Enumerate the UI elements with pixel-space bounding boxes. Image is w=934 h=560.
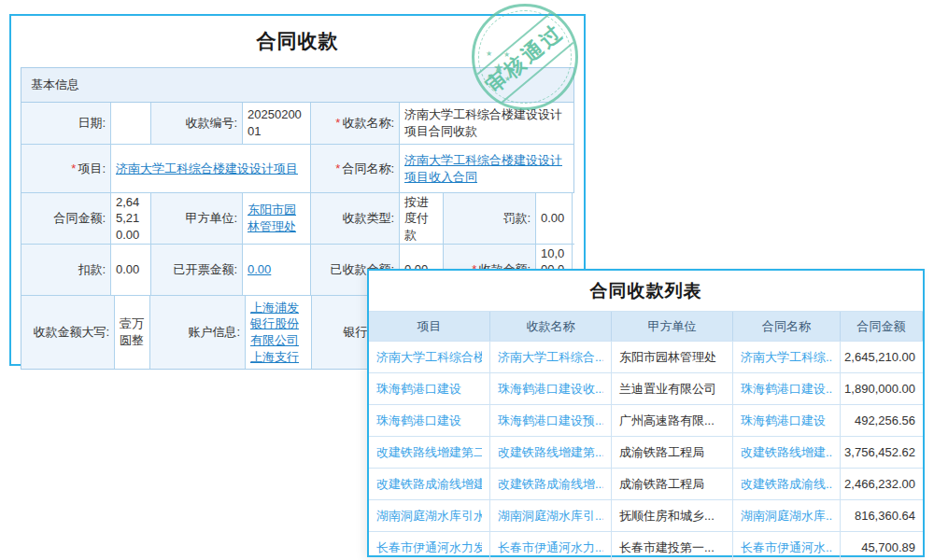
receipt-name-link[interactable]: 改建铁路成渝线增... bbox=[498, 476, 603, 493]
penalty-label: 罚款: bbox=[444, 193, 536, 244]
receipt-name-link[interactable]: 珠海鹤港口建设收... bbox=[498, 381, 603, 398]
date-value-field[interactable] bbox=[111, 103, 151, 144]
contract-name-value: 济南大学工科综合楼建设设计项目收入合同 bbox=[400, 145, 573, 192]
party-a-cell: 成渝铁路工程局 bbox=[612, 437, 733, 468]
receipt-name-link[interactable]: 济南大学工科综合... bbox=[498, 349, 603, 366]
project-link[interactable]: 济南大学工科综合楼... bbox=[376, 349, 482, 366]
amount-words-value: 壹万圆整 bbox=[115, 296, 150, 369]
table-row: 珠海鹤港口建设 珠海鹤港口建设预... 广州高速路有限... 珠海鹤港口建设 4… bbox=[369, 404, 923, 436]
party-a-label: 甲方单位: bbox=[151, 193, 243, 244]
header-project: 项目 bbox=[369, 312, 490, 341]
receipt-type-label: 收款类型: bbox=[311, 193, 400, 244]
party-a-cell: 长春市建投第一... bbox=[612, 532, 733, 560]
contract-amount-cell: 2,645,210.00 bbox=[841, 342, 923, 372]
amount-words-label: 收款金额大写: bbox=[21, 296, 115, 369]
party-a-cell: 广州高速路有限... bbox=[612, 405, 733, 436]
party-a-cell: 抚顺住房和城乡... bbox=[612, 500, 733, 531]
contract-amount-cell: 816,360.64 bbox=[841, 500, 923, 531]
receipt-name-link[interactable]: 改建铁路线增建第... bbox=[498, 444, 603, 461]
contract-amount-cell: 492,256.56 bbox=[841, 405, 923, 436]
header-party-a: 甲方单位 bbox=[612, 312, 733, 341]
invoiced-amount-link[interactable]: 0.00 bbox=[248, 261, 271, 278]
account-info-value: 上海浦发银行股份有限公司上海支行 bbox=[246, 296, 312, 369]
table-row: 珠海鹤港口建设 珠海鹤港口建设收... 兰迪置业有限公司 珠海鹤港口建设... … bbox=[369, 372, 923, 404]
contract-amount-cell: 45,700.89 bbox=[841, 532, 923, 560]
invoiced-amount-value: 0.00 bbox=[243, 245, 311, 295]
project-link[interactable]: 珠海鹤港口建设 bbox=[376, 413, 461, 429]
contract-receipt-list-panel: 合同收款列表 项目 收款名称 甲方单位 合同名称 合同金额 济南大学工科综合楼.… bbox=[367, 269, 925, 557]
receipt-name-label: *收款名称: bbox=[311, 103, 400, 144]
list-panel-title: 合同收款列表 bbox=[369, 271, 923, 311]
contract-amount-value: 2,645,210.00 bbox=[111, 193, 151, 244]
contract-name-link[interactable]: 济南大学工科综合楼建设设计项目收入合同 bbox=[404, 152, 569, 185]
project-link[interactable]: 长春市伊通河水力发... bbox=[376, 539, 482, 556]
project-value: 济南大学工科综合楼建设设计项目 bbox=[111, 145, 311, 192]
table-row: 湖南洞庭湖水库引水... 湖南洞庭湖水库引... 抚顺住房和城乡... 湖南洞庭… bbox=[369, 499, 923, 531]
form-row-date: 日期: 收款编号: 2025020001 *收款名称: 济南大学工科综合楼建设设… bbox=[21, 103, 573, 145]
header-contract-name: 合同名称 bbox=[733, 312, 841, 341]
table-row: 济南大学工科综合楼... 济南大学工科综合... 东阳市园林管理处 济南大学工科… bbox=[369, 341, 923, 372]
table-row: 改建铁路线增建第二... 改建铁路线增建第... 成渝铁路工程局 改建铁路线增建… bbox=[369, 436, 923, 468]
invoiced-amount-label: 已开票金额: bbox=[151, 245, 243, 295]
party-a-cell: 兰迪置业有限公司 bbox=[612, 373, 733, 404]
row3-filler bbox=[573, 193, 582, 244]
receipt-no-value: 2025020001 bbox=[243, 103, 311, 144]
project-link[interactable]: 湖南洞庭湖水库引水... bbox=[376, 508, 482, 525]
contract-amount-cell: 3,756,452.62 bbox=[841, 437, 923, 468]
contract-name-link[interactable]: 改建铁路成渝线... bbox=[741, 476, 832, 493]
required-asterisk: * bbox=[335, 161, 340, 177]
project-link[interactable]: 济南大学工科综合楼建设设计项目 bbox=[116, 161, 298, 177]
form-row-amounts-1: 合同金额: 2,645,210.00 甲方单位: 东阳市园林管理处 收款类型: … bbox=[21, 193, 573, 245]
contract-name-link[interactable]: 改建铁路线增建... bbox=[741, 444, 832, 461]
contract-receipt-table: 项目 收款名称 甲方单位 合同名称 合同金额 济南大学工科综合楼... 济南大学… bbox=[369, 311, 923, 560]
required-asterisk: * bbox=[71, 161, 76, 177]
contract-amount-label: 合同金额: bbox=[21, 193, 111, 244]
deduction-value: 0.00 bbox=[111, 245, 151, 295]
party-a-value: 东阳市园林管理处 bbox=[243, 193, 311, 244]
table-row: 长春市伊通河水力发... 长春市伊通河水力... 长春市建投第一... 长春市伊… bbox=[369, 531, 923, 560]
contract-amount-cell: 1,890,000.00 bbox=[841, 373, 923, 404]
table-row: 改建铁路成渝线增建... 改建铁路成渝线增... 成渝铁路工程局 改建铁路成渝线… bbox=[369, 468, 923, 499]
receipt-name-link[interactable]: 珠海鹤港口建设预... bbox=[498, 413, 603, 429]
contract-name-link[interactable]: 长春市伊通河水... bbox=[741, 539, 832, 556]
penalty-value: 0.00 bbox=[536, 193, 573, 244]
receipt-name-link[interactable]: 湖南洞庭湖水库引... bbox=[498, 508, 603, 525]
form-panel-title: 合同收款 bbox=[11, 16, 584, 67]
header-contract-amount: 合同金额 bbox=[841, 312, 923, 341]
receipt-name-value: 济南大学工科综合楼建设设计项目合同收款 bbox=[400, 103, 573, 144]
project-label: *项目: bbox=[21, 145, 111, 192]
date-label: 日期: bbox=[21, 103, 111, 144]
account-info-link[interactable]: 上海浦发银行股份有限公司上海支行 bbox=[250, 300, 306, 365]
basic-info-section-header: 基本信息 bbox=[21, 68, 573, 103]
contract-name-link[interactable]: 湖南洞庭湖水库... bbox=[741, 508, 832, 525]
deduction-label: 扣款: bbox=[21, 245, 111, 295]
header-receipt-name: 收款名称 bbox=[490, 312, 612, 341]
contract-name-link[interactable]: 济南大学工科综... bbox=[741, 349, 832, 366]
table-header-row: 项目 收款名称 甲方单位 合同名称 合同金额 bbox=[369, 311, 923, 341]
contract-amount-cell: 2,466,232.00 bbox=[841, 469, 923, 499]
contract-name-link[interactable]: 珠海鹤港口建设 bbox=[741, 413, 826, 429]
contract-name-link[interactable]: 珠海鹤港口建设... bbox=[741, 381, 832, 398]
party-a-link[interactable]: 东阳市园林管理处 bbox=[248, 202, 305, 234]
form-row-project: *项目: 济南大学工科综合楼建设设计项目 *合同名称: 济南大学工科综合楼建设设… bbox=[21, 145, 573, 193]
receipt-name-link[interactable]: 长春市伊通河水力... bbox=[498, 539, 603, 556]
project-link[interactable]: 珠海鹤港口建设 bbox=[376, 381, 461, 398]
receipt-no-label: 收款编号: bbox=[151, 103, 243, 144]
project-link[interactable]: 改建铁路成渝线增建... bbox=[376, 476, 482, 493]
party-a-cell: 成渝铁路工程局 bbox=[612, 469, 733, 499]
project-link[interactable]: 改建铁路线增建第二... bbox=[376, 444, 482, 461]
receipt-type-value: 按进度付款 bbox=[400, 193, 444, 244]
account-info-label: 账户信息: bbox=[150, 296, 246, 369]
contract-name-label: *合同名称: bbox=[311, 145, 400, 192]
party-a-cell: 东阳市园林管理处 bbox=[612, 342, 733, 372]
required-asterisk: * bbox=[335, 115, 340, 132]
